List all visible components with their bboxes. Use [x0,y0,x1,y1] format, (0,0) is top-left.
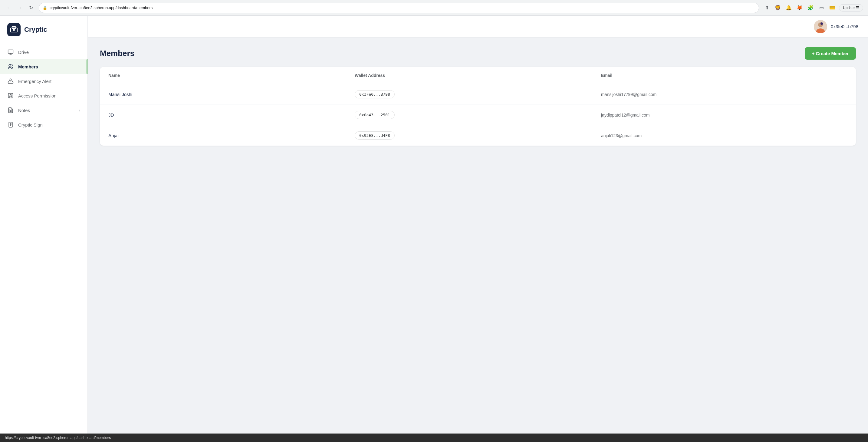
puzzle-icon[interactable]: 🧩 [806,4,815,12]
browser-actions: ⬆ 🦁 🔔 🦊 🧩 ▭ 💳 Update ☰ [763,4,863,12]
col-header-name: Name [108,73,355,78]
wallet-cell: 0x93E8...d4F8 [355,131,601,140]
reload-button[interactable]: ↻ [27,4,35,12]
emergency-alert-icon [7,78,14,84]
sidebar-nav: Drive Members [0,42,88,434]
wallet-cell: 0x0a43...2501 [355,111,601,119]
lock-icon: 🔒 [43,6,47,10]
member-name: Anjali [108,133,355,138]
address-bar-container[interactable]: 🔒 [39,3,759,13]
member-name: JD [108,112,355,117]
logo-text: Cryptic [24,26,47,34]
notes-icon [7,107,14,113]
wallet-extension-icon[interactable]: 💳 [828,4,837,12]
sidebar-item-emergency-alert[interactable]: Emergency Alert [0,74,88,88]
svg-point-6 [9,64,11,67]
table-row[interactable]: Mansi Joshi 0x3Fe0...B798 mansijoshi1779… [100,84,856,105]
wallet-address: 0x3fe0...b798 [831,24,858,29]
brave-icon[interactable]: 🦁 [774,4,782,12]
header: 0x3fe0...b798 [88,16,868,37]
status-bar: https://crypticvault-fvm--ca8ee2.spheron… [0,434,868,442]
sidebar-item-label-drive: Drive [18,50,80,55]
wallet-area[interactable]: 0x3fe0...b798 [814,20,858,33]
page-content: Members + Create Member Name Wallet Addr… [88,37,868,434]
cryptic-sign-icon [7,122,14,128]
sidebar-item-members[interactable]: Members [0,59,88,74]
app-container: Cryptic Drive [0,16,868,434]
hamburger-icon: ☰ [856,6,859,10]
member-email: jaydippatel12@gmail.com [601,113,847,117]
table-header: Name Wallet Address Email [100,67,856,84]
members-icon [7,64,14,70]
sidebar-item-label-notes: Notes [18,108,74,113]
wallet-badge: 0x93E8...d4F8 [355,131,395,140]
sidebar-item-access-permission[interactable]: Access Permission [0,88,88,103]
notifications-icon[interactable]: 🔔 [784,4,793,12]
nav-buttons: ← → ↻ [5,4,35,12]
sidebar-item-label-emergency-alert: Emergency Alert [18,79,80,84]
logo-area: Cryptic [0,16,88,42]
wallet-badge: 0x0a43...2501 [355,111,395,119]
sidebar-panel-icon[interactable]: ▭ [817,4,826,12]
share-button[interactable]: ⬆ [763,4,771,12]
avatar [814,20,827,33]
table-row[interactable]: JD 0x0a43...2501 jaydippatel12@gmail.com [100,105,856,125]
forward-button[interactable]: → [16,4,24,12]
sidebar-item-cryptic-sign[interactable]: Cryptic Sign [0,117,88,132]
logo-icon [7,23,21,36]
sidebar-item-label-cryptic-sign: Cryptic Sign [18,122,80,127]
create-member-label: + Create Member [812,51,849,56]
member-email: anjali123@gmail.com [601,133,847,138]
address-bar[interactable] [50,5,755,10]
back-button[interactable]: ← [5,4,13,12]
metamask-icon[interactable]: 🦊 [795,4,804,12]
page-title: Members [100,49,134,58]
svg-rect-3 [8,50,13,54]
sidebar-item-label-members: Members [18,64,80,69]
members-table: Name Wallet Address Email Mansi Joshi 0x… [100,67,856,146]
sidebar: Cryptic Drive [0,16,88,434]
svg-point-10 [10,94,11,96]
svg-point-20 [820,22,823,25]
table-row[interactable]: Anjali 0x93E8...d4F8 anjali123@gmail.com [100,125,856,146]
update-button[interactable]: Update ☰ [839,4,863,11]
sidebar-item-notes[interactable]: Notes › [0,103,88,117]
member-email: mansijoshi17799@gmail.com [601,92,847,97]
col-header-email: Email [601,73,847,78]
browser-chrome: ← → ↻ 🔒 ⬆ 🦁 🔔 🦊 🧩 ▭ 💳 Update ☰ [0,0,868,16]
access-permission-icon [7,93,14,99]
sidebar-item-drive[interactable]: Drive [0,45,88,59]
drive-icon [7,49,14,55]
wallet-cell: 0x3Fe0...B798 [355,90,601,98]
create-member-button[interactable]: + Create Member [805,47,856,60]
page-header: Members + Create Member [100,47,856,60]
sidebar-item-label-access-permission: Access Permission [18,93,80,98]
chevron-right-icon: › [79,108,80,113]
status-url: https://crypticvault-fvm--ca8ee2.spheron… [5,436,111,440]
col-header-wallet: Wallet Address [355,73,601,78]
update-label: Update [843,6,855,10]
member-name: Mansi Joshi [108,92,355,97]
main-content: 0x3fe0...b798 Members + Create Member Na… [88,16,868,434]
wallet-badge: 0x3Fe0...B798 [355,90,395,98]
svg-point-2 [13,29,15,31]
